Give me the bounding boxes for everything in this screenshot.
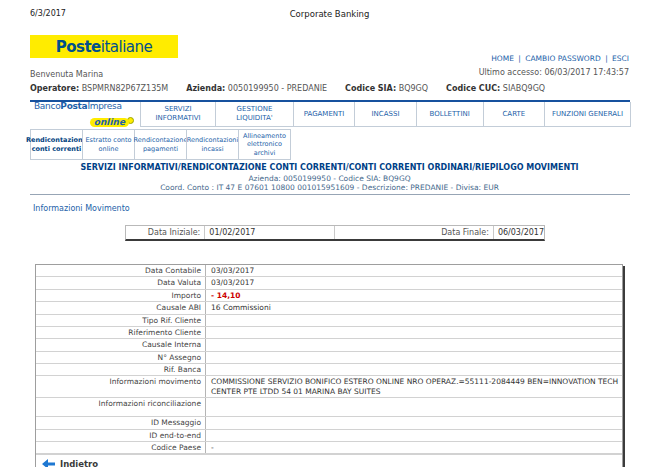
bancoposta-impresa-logo: BancoPostaImpresa online [30,102,140,127]
date-end-value: 06/03/2017 [493,226,544,239]
table-row-importo: Importo- 14,10 [36,290,622,302]
back-button[interactable]: Indietro [36,454,622,467]
table-row: Informazioni riconciliazione [36,398,622,417]
header-links: HOME | CAMBIO PASSWORD | ESCI [491,54,629,63]
back-label: Indietro [60,459,98,467]
nav-bollettini[interactable]: BOLLETTINI [416,102,484,127]
poste-italiane-logo: Posteitaliane [30,35,178,58]
account-info-line2: Coord. Conto : IT 47 E 07601 10800 00101… [0,183,659,192]
last-access: Ultimo accesso: 06/03/2017 17:43:57 [479,68,629,77]
date-start-value: 01/02/2017 [204,226,334,239]
home-link[interactable]: HOME [491,54,514,63]
table-row: Riferimento Cliente [36,327,622,339]
date-start-label: Data Iniziale: [126,226,204,239]
operator-field: Operatore: BSPMRN82P67Z135M [30,84,168,93]
table-row: Causale Interna [36,339,622,351]
table-row: Data Contabile03/03/2017 [36,265,622,277]
table-row: Rif. Banca [36,364,622,376]
table-row: Data Valuta03/03/2017 [36,277,622,289]
date-filter-bar: Data Iniziale: 01/02/2017 Data Finale: 0… [125,225,545,241]
subnav-rendicontazione-conti-correnti[interactable]: Rendicontazione conti correnti [30,129,83,160]
sub-nav: Rendicontazione conti correnti Estratto … [30,129,290,160]
nav-gestione-liquidita[interactable]: GESTIONE LIQUIDITA' [215,102,294,127]
nav-incassi[interactable]: INCASSI [354,102,416,127]
nav-pagamenti[interactable]: PAGAMENTI [293,102,355,127]
table-row: ID end-to-end [36,430,622,442]
nav-funzioni-generali[interactable]: FUNZIONI GENERALI [544,102,631,127]
horizontal-divider [30,194,630,195]
subnav-rendicontazioni-incassi[interactable]: Rendicontazioni incassi [186,129,239,160]
online-badge: online [90,118,129,127]
section-title: Informazioni Movimento [33,204,130,213]
link-separator: | [605,54,608,63]
logo-text-italiane: italiane [101,38,153,56]
amount-negative: - 14,10 [206,290,622,301]
link-separator: | [518,54,521,63]
table-row: Causale ABI16 Commissioni [36,302,622,314]
logo-text-poste: Poste [56,38,101,56]
azienda-field: Azienda: 0050199950 - PREDANIE [186,84,327,93]
codice-cuc-field: Codice CUC: SIABQ9GQ [446,84,545,93]
subnav-rendicontazione-pagamenti[interactable]: Rendicontazione pagamenti [134,129,187,160]
codice-sia-field: Codice SIA: BQ9GQ [345,84,428,93]
account-info-line1: Azienda: 0050199950 - Codice SIA: BQ9GQ [0,174,659,183]
back-arrow-icon [42,459,55,467]
subnav-estratto-conto-online[interactable]: Estratto conto online [82,129,135,160]
table-row: Tipo Rif. Cliente [36,315,622,327]
operator-info-bar: Operatore: BSPMRN82P67Z135M Azienda: 005… [30,84,563,93]
table-row: N° Assegno [36,352,622,364]
nav-servizi-informativi[interactable]: SERVIZI INFORMATIVI [140,102,216,127]
table-row: ID Messaggio [36,417,622,429]
change-password-link[interactable]: CAMBIO PASSWORD [525,54,600,63]
app-title: Corporate Banking [0,9,659,19]
welcome-message: Benvenuta Marina [30,70,103,79]
corporate-banking-page: 6/3/2017 Corporate Banking Posteitaliane… [0,0,659,467]
table-row: Codice Paese- [36,442,622,454]
exit-link[interactable]: ESCI [612,54,629,63]
main-nav: BancoPostaImpresa online SERVIZI INFORMA… [30,100,630,127]
date-end-label: Data Finale: [334,226,492,239]
breadcrumb: SERVIZI INFORMATIVI/RENDICONTAZIONE CONT… [0,163,659,172]
movement-detail-table: Data Contabile03/03/2017 Data Valuta03/0… [35,264,623,467]
table-row-informazioni-movimento: Informazioni movimentoCOMMISSIONE SERVIZ… [36,376,622,398]
nav-carte[interactable]: CARTE [483,102,545,127]
subnav-allineamento-elettronico-archivi[interactable]: Allineamento elettronico archivi [238,129,291,160]
